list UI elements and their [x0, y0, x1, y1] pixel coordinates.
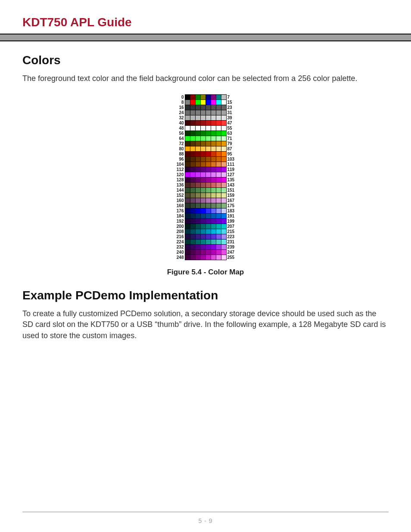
color-swatch [211, 219, 216, 224]
color-swatch [200, 250, 206, 255]
color-swatch [221, 250, 226, 255]
color-row-label-left: 224 [177, 240, 185, 245]
color-swatch [221, 141, 226, 146]
color-swatch [185, 240, 190, 245]
color-swatch [200, 152, 206, 157]
color-swatch [190, 224, 195, 229]
color-swatch [200, 177, 206, 183]
color-swatch [216, 136, 221, 141]
color-row-label-left: 72 [177, 141, 185, 146]
color-swatch [221, 240, 226, 245]
color-swatch [185, 229, 190, 234]
color-swatch [206, 183, 211, 188]
color-row-label-right: 7 [226, 95, 234, 100]
color-swatch [216, 245, 221, 250]
color-swatch [221, 121, 226, 126]
color-swatch [221, 95, 226, 100]
color-swatch [200, 110, 206, 115]
color-swatch [190, 110, 195, 115]
color-swatch [195, 214, 200, 219]
page-number: 5 - 9 [0, 517, 411, 524]
color-row-label-left: 80 [177, 146, 185, 152]
color-swatch [211, 203, 216, 208]
color-swatch [190, 188, 195, 193]
color-swatch [200, 157, 206, 162]
color-swatch [221, 188, 226, 193]
figure-color-map: 0781516232431323940474855566364717279808… [22, 93, 389, 277]
color-swatch [200, 229, 206, 234]
color-swatch [211, 162, 216, 167]
color-swatch [190, 146, 195, 152]
color-swatch [206, 203, 211, 208]
color-swatch [211, 126, 216, 131]
color-swatch [195, 250, 200, 255]
color-swatch [185, 219, 190, 224]
color-row-label-right: 87 [226, 146, 234, 152]
color-row-label-left: 216 [177, 234, 185, 240]
color-row-label-left: 152 [177, 193, 185, 198]
color-swatch [195, 110, 200, 115]
color-swatch [221, 167, 226, 172]
color-row-label-right: 231 [226, 240, 234, 245]
color-swatch [206, 100, 211, 105]
color-swatch [195, 146, 200, 152]
color-row-label-left: 144 [177, 188, 185, 193]
color-row-label-right: 239 [226, 245, 234, 250]
color-row-label-right: 159 [226, 193, 234, 198]
color-swatch [200, 255, 206, 260]
color-swatch [195, 95, 200, 100]
color-swatch [211, 183, 216, 188]
color-swatch [195, 141, 200, 146]
color-swatch [185, 203, 190, 208]
color-swatch [200, 146, 206, 152]
color-swatch [216, 162, 221, 167]
color-swatch [211, 240, 216, 245]
color-swatch [195, 208, 200, 214]
color-swatch [195, 167, 200, 172]
color-swatch [206, 126, 211, 131]
color-swatch [190, 105, 195, 110]
color-swatch [211, 224, 216, 229]
section-heading-colors: Colors [22, 53, 389, 67]
color-swatch [206, 172, 211, 177]
color-swatch [190, 193, 195, 198]
section-heading-example: Example PCDemo Implementation [22, 289, 389, 302]
color-row-label-right: 135 [226, 177, 234, 183]
color-swatch [200, 214, 206, 219]
color-swatch [211, 131, 216, 136]
color-swatch [221, 208, 226, 214]
color-row-label-right: 119 [226, 167, 234, 172]
color-swatch [216, 152, 221, 157]
color-swatch [216, 183, 221, 188]
color-row-label-right: 151 [226, 188, 234, 193]
color-swatch [206, 219, 211, 224]
color-swatch [190, 183, 195, 188]
color-row-label-left: 128 [177, 177, 185, 183]
color-swatch [185, 208, 190, 214]
color-swatch [195, 234, 200, 240]
color-swatch [221, 219, 226, 224]
color-swatch [221, 115, 226, 121]
color-swatch [221, 146, 226, 152]
color-swatch [185, 105, 190, 110]
color-swatch [206, 177, 211, 183]
color-row-label-left: 0 [177, 95, 185, 100]
color-swatch [200, 193, 206, 198]
color-swatch [195, 136, 200, 141]
color-swatch [185, 157, 190, 162]
color-swatch [206, 250, 211, 255]
document-title: KDT750 APL Guide [22, 16, 389, 29]
color-row-label-left: 88 [177, 152, 185, 157]
color-swatch [185, 172, 190, 177]
color-swatch [206, 240, 211, 245]
color-swatch [216, 177, 221, 183]
color-swatch [185, 115, 190, 121]
color-swatch [190, 255, 195, 260]
color-swatch [200, 240, 206, 245]
color-row-label-left: 248 [177, 255, 185, 260]
color-swatch [190, 141, 195, 146]
color-swatch [185, 234, 190, 240]
color-row-label-right: 215 [226, 229, 234, 234]
color-swatch [195, 203, 200, 208]
color-swatch [216, 214, 221, 219]
